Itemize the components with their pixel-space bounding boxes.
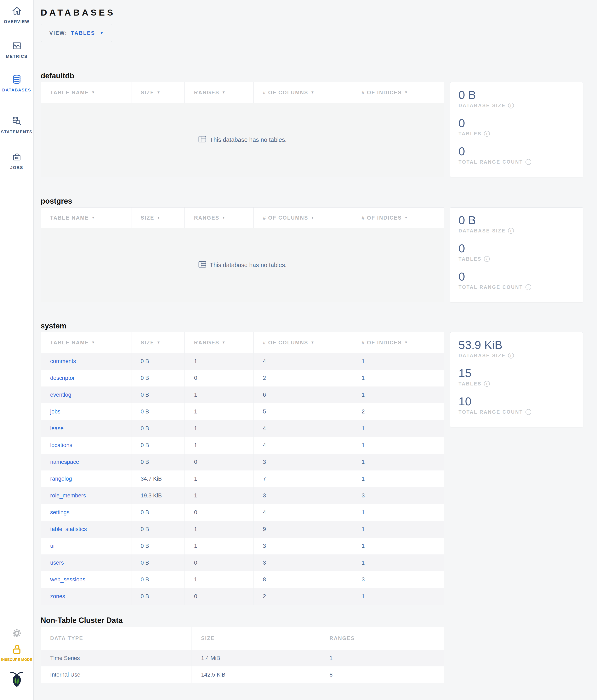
sidebar-item-statements[interactable]: STATEMENTS bbox=[0, 116, 33, 134]
table-name-link[interactable]: lease bbox=[50, 425, 63, 432]
table-name-link[interactable]: zones bbox=[50, 593, 65, 600]
table-cell: 5 bbox=[254, 403, 353, 420]
table-cell: 1 bbox=[352, 538, 444, 554]
column-header-columns[interactable]: # OF COLUMNS▼ bbox=[254, 332, 353, 353]
sort-desc-icon: ▼ bbox=[92, 91, 95, 95]
table-name-link[interactable]: rangelog bbox=[50, 476, 72, 482]
range-count-value: 0 bbox=[459, 270, 583, 283]
tables-count-value: 0 bbox=[459, 117, 583, 130]
table-name-cell: rangelog bbox=[41, 471, 131, 487]
table-cell: 1 bbox=[352, 454, 444, 471]
table-cell: 1 bbox=[352, 554, 444, 571]
table-cell: 1.4 MiB bbox=[192, 650, 320, 667]
database-size-value: 0 B bbox=[459, 89, 583, 101]
database-size-value: 53.9 KiB bbox=[459, 339, 583, 351]
column-header-ranges[interactable]: RANGES▼ bbox=[185, 332, 254, 353]
table-cell: 4 bbox=[254, 420, 353, 437]
gear-icon bbox=[11, 628, 22, 640]
info-icon[interactable]: i bbox=[508, 353, 514, 358]
column-header-ranges[interactable]: RANGES▼ bbox=[185, 82, 254, 103]
settings-button[interactable] bbox=[0, 628, 33, 640]
table-name-link[interactable]: descriptor bbox=[50, 375, 75, 381]
database-icon bbox=[11, 74, 22, 86]
range-count-label: TOTAL RANGE COUNT bbox=[459, 409, 523, 415]
table-cell: 3 bbox=[352, 571, 444, 588]
range-count-label: TOTAL RANGE COUNT bbox=[459, 284, 523, 290]
table-name-link[interactable]: web_sessions bbox=[50, 576, 85, 583]
table-name-link[interactable]: locations bbox=[50, 442, 72, 449]
table-name-cell: descriptor bbox=[41, 370, 131, 386]
column-header-table-name[interactable]: TABLE NAME▼ bbox=[41, 207, 131, 228]
sidebar-item-metrics[interactable]: METRICS bbox=[0, 40, 33, 59]
info-icon[interactable]: i bbox=[484, 381, 490, 387]
table-cell: 0 B bbox=[131, 403, 185, 420]
info-icon[interactable]: i bbox=[525, 159, 531, 165]
table-name-link[interactable]: namespace bbox=[50, 459, 79, 465]
table-name-cell: table_statistics bbox=[41, 521, 131, 538]
table-cell: 1 bbox=[352, 504, 444, 521]
column-header-table-name[interactable]: TABLE NAME▼ bbox=[41, 82, 131, 103]
empty-database-message: This database has no tables. bbox=[41, 103, 444, 177]
database-size-value: 0 B bbox=[459, 214, 583, 227]
table-cell: 1 bbox=[352, 353, 444, 370]
table-name-cell: settings bbox=[41, 504, 131, 521]
table-cell: 3 bbox=[254, 487, 353, 504]
table-name-link[interactable]: users bbox=[50, 559, 64, 566]
column-header-size[interactable]: SIZE▼ bbox=[131, 332, 185, 353]
header-divider bbox=[41, 54, 583, 54]
column-header-columns[interactable]: # OF COLUMNS▼ bbox=[254, 207, 353, 228]
table-name-link[interactable]: eventlog bbox=[50, 392, 71, 398]
info-icon[interactable]: i bbox=[525, 284, 531, 290]
column-header-columns[interactable]: # OF COLUMNS▼ bbox=[254, 82, 353, 103]
database-stats-card: 0 B DATABASE SIZEi 0 TABLESi 0 TOTAL RAN… bbox=[450, 82, 583, 177]
column-header-indices[interactable]: # OF INDICES▼ bbox=[352, 332, 444, 353]
table-cell: 1 bbox=[185, 386, 254, 403]
table-cell: 2 bbox=[254, 370, 353, 386]
table-cell: 1 bbox=[185, 353, 254, 370]
sidebar-item-overview[interactable]: OVERVIEW bbox=[0, 5, 33, 24]
insecure-mode-indicator[interactable]: INSECURE MODE bbox=[0, 643, 33, 662]
sidebar-item-databases[interactable]: DATABASES bbox=[0, 74, 33, 93]
table-name-link[interactable]: table_statistics bbox=[50, 526, 87, 532]
sort-desc-icon: ▼ bbox=[92, 216, 95, 220]
table-header-row: TABLE NAME▼ SIZE▼ RANGES▼ # OF COLUMNS▼ … bbox=[41, 332, 444, 353]
database-section-system: system TABLE NAME▼ SIZE▼ RANGES▼ # OF CO… bbox=[41, 321, 583, 605]
column-header-indices[interactable]: # OF INDICES▼ bbox=[352, 82, 444, 103]
table-row: rangelog34.7 KiB171 bbox=[41, 471, 444, 487]
sort-desc-icon: ▼ bbox=[222, 91, 226, 95]
info-icon[interactable]: i bbox=[484, 256, 490, 262]
column-header-size[interactable]: SIZE▼ bbox=[131, 207, 185, 228]
system-table-body: comments0 B141descriptor0 B021eventlog0 … bbox=[41, 353, 444, 605]
table-name-link[interactable]: comments bbox=[50, 358, 76, 365]
info-icon[interactable]: i bbox=[508, 103, 514, 108]
column-header-size[interactable]: SIZE▼ bbox=[131, 82, 185, 103]
view-dropdown[interactable]: VIEW: TABLES ▼ bbox=[41, 24, 112, 42]
info-icon[interactable]: i bbox=[508, 228, 514, 234]
table-name-link[interactable]: role_members bbox=[50, 493, 86, 499]
sort-desc-icon: ▼ bbox=[404, 216, 408, 220]
table-row: lease0 B141 bbox=[41, 420, 444, 437]
column-header-ranges: RANGES bbox=[320, 627, 444, 650]
table-row: eventlog0 B161 bbox=[41, 386, 444, 403]
table-header-row: DATA TYPE SIZE RANGES bbox=[41, 627, 444, 650]
sidebar-item-jobs[interactable]: JOBS bbox=[0, 151, 33, 170]
table-name-link[interactable]: jobs bbox=[50, 408, 60, 415]
table-row: table_statistics0 B191 bbox=[41, 521, 444, 538]
empty-table-icon bbox=[198, 135, 206, 144]
column-header-ranges[interactable]: RANGES▼ bbox=[185, 207, 254, 228]
table-cell: 9 bbox=[254, 521, 353, 538]
table-cell: 1 bbox=[185, 420, 254, 437]
sort-desc-icon: ▼ bbox=[311, 341, 315, 345]
table-name-link[interactable]: settings bbox=[50, 509, 70, 516]
table-header-row: TABLE NAME▼ SIZE▼ RANGES▼ # OF COLUMNS▼ … bbox=[41, 82, 444, 103]
sort-desc-icon: ▼ bbox=[404, 91, 408, 95]
table-name-link[interactable]: ui bbox=[50, 543, 54, 549]
table-cell: 0 B bbox=[131, 588, 185, 605]
column-header-table-name[interactable]: TABLE NAME▼ bbox=[41, 332, 131, 353]
info-icon[interactable]: i bbox=[484, 131, 490, 136]
column-header-indices[interactable]: # OF INDICES▼ bbox=[352, 207, 444, 228]
database-size-label: DATABASE SIZE bbox=[459, 353, 505, 358]
table-cell: 7 bbox=[254, 471, 353, 487]
table-cell: 0 bbox=[185, 370, 254, 386]
info-icon[interactable]: i bbox=[525, 409, 531, 415]
